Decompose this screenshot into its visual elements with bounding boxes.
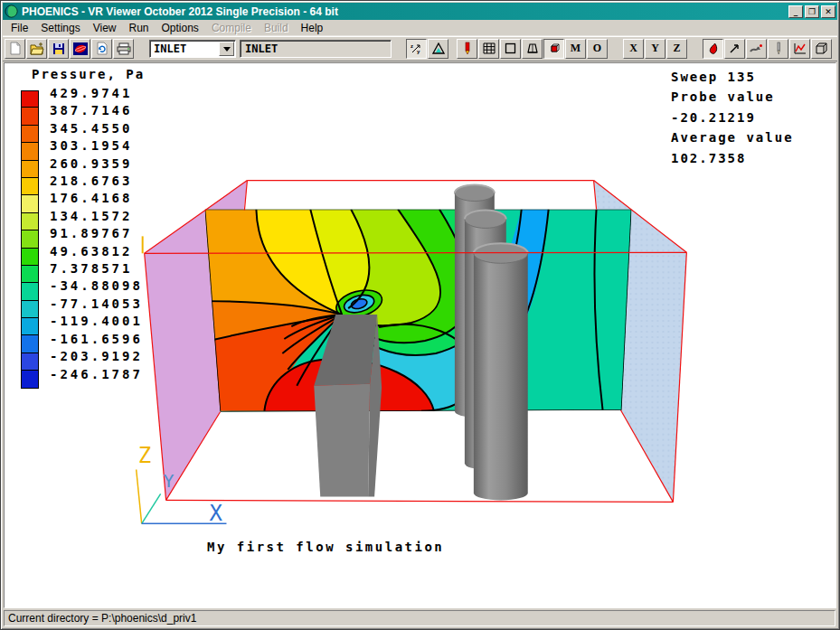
combo-dropdown-button[interactable] [219,42,234,56]
reset-view-button[interactable] [428,39,448,59]
outline-toggle-button[interactable] [500,39,521,59]
mesh-icon [526,42,539,54]
vr-options-button[interactable] [70,39,90,59]
x-axis-label: X [210,501,223,526]
vector-toggle-button[interactable] [724,39,745,59]
reload-geometry-button[interactable] [91,39,112,59]
solution-readout: Sweep 135Probe value-20.21219Average val… [671,67,794,168]
reload-icon [96,42,109,55]
streamline-icon [750,42,763,54]
cube-red-face-icon [548,42,561,55]
legend-swatch [21,266,39,283]
scene-caption: My first flow simulation [207,540,444,554]
app-window: PHOENICS - VR Viewer October 2012 Single… [0,0,840,630]
legend-value: -77.14053 [50,296,143,313]
legend-value: -119.4001 [50,313,143,330]
readout-line: 102.7358 [671,148,794,168]
legend-value: -203.9192 [50,348,143,365]
isosurface-toggle-button[interactable] [768,39,788,59]
open-file-button[interactable] [26,39,47,59]
minimize-button[interactable]: _ [788,5,803,18]
legend-value: 7.378571 [50,260,143,277]
legend-swatch [21,178,39,195]
probe-location-button[interactable] [457,39,477,59]
legend-value: 218.6763 [50,173,143,190]
vr-logo-icon [73,42,88,55]
vector-arrow-icon [729,42,741,54]
legend-swatch [21,230,39,248]
legend-value: 303.1954 [50,137,143,155]
menu-item-help[interactable]: Help [295,21,330,35]
object-selector-value: INLET [150,42,219,55]
grid-toggle-button[interactable] [478,39,499,59]
z-axis-label: Z [138,443,151,468]
pencil-icon [775,42,782,55]
view-z-button[interactable]: Z [666,39,687,59]
legend-swatch [21,108,39,125]
svg-text:z: z [411,43,413,49]
legend-title: Pressure, Pa [32,67,145,81]
viewport[interactable]: Z Y X Pressure, Pa 429.9741387.7146345.4… [4,62,836,608]
object-view-button[interactable] [543,39,564,59]
menu-item-settings[interactable]: Settings [34,21,86,35]
status-text: Current directory = P:\phoenics\d_priv1 [4,610,835,626]
legend-swatch [21,283,39,300]
new-file-button[interactable] [5,39,25,59]
movement-button[interactable]: M [565,39,586,59]
view-x-button[interactable]: X [623,39,644,59]
legend-value: 176.4168 [50,190,143,207]
legend-value: -161.6596 [50,331,143,348]
close-button[interactable]: ✕ [821,5,835,18]
outline-icon [505,42,516,54]
menu-item-run[interactable]: Run [123,21,156,35]
legend-value: 134.1572 [50,208,143,225]
save-floppy-icon [52,42,65,55]
legend-swatch [21,371,39,388]
object-mode-button[interactable]: O [587,39,608,59]
save-button[interactable] [48,39,69,59]
legend-value: -246.1787 [50,366,143,383]
view-y-button[interactable]: Y [645,39,665,59]
streamline-toggle-button[interactable] [746,39,767,59]
readout-line: Sweep 135 [671,67,794,87]
probe-icon [464,42,471,55]
printer-icon [117,42,131,55]
print-button[interactable] [113,39,134,59]
menu-item-compile: Compile [205,21,258,35]
menu-item-build: Build [258,21,295,35]
legend-swatch [21,213,39,230]
object-selector[interactable]: INLET [149,40,236,58]
pressure-contour-plane[interactable] [205,209,632,411]
domain-cube-icon [815,42,828,55]
contour-toggle-button[interactable] [703,39,723,59]
legend-swatch [21,353,39,371]
mouse-control-icon: zy [410,42,423,55]
object-name-field[interactable] [240,40,392,58]
y-axis-line [142,494,161,523]
legend-swatch [21,318,39,335]
menu-item-file[interactable]: File [5,21,34,35]
menu-item-view[interactable]: View [87,21,123,35]
legend-value: 387.7146 [50,102,143,119]
status-bar: Current directory = P:\phoenics\d_priv1 [3,609,837,627]
app-icon [5,5,18,18]
open-folder-icon [30,42,44,55]
title-bar[interactable]: PHOENICS - VR Viewer October 2012 Single… [3,3,837,20]
menu-item-options[interactable]: Options [156,21,205,35]
object-cylinder-front[interactable] [474,243,528,500]
legend-value: 345.4550 [50,120,143,137]
mouse-control-button[interactable]: zy [406,39,427,59]
domain-box-button[interactable] [811,39,832,59]
legend-value: 429.9741 [50,85,143,102]
z-axis-line [137,470,142,524]
legend-swatch [21,195,39,212]
maximize-button[interactable]: ❐ [805,5,819,18]
grid-icon [483,42,496,54]
legend-swatch [21,90,39,108]
chevron-down-icon [223,47,231,55]
monitor-plot-button[interactable] [789,39,810,59]
mesh-toggle-button[interactable] [522,39,543,59]
window-title: PHOENICS - VR Viewer October 2012 Single… [22,5,787,18]
readout-line: -20.21219 [671,108,794,127]
legend-swatch [21,249,39,266]
